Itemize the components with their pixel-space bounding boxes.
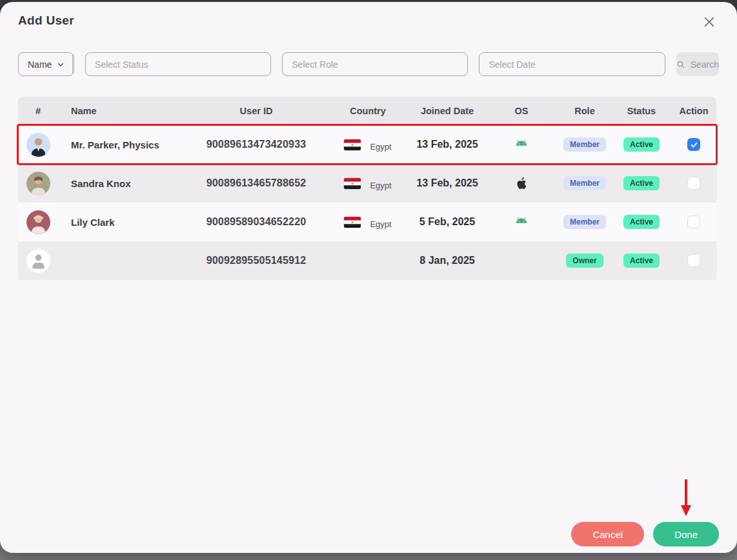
annotation-arrow-icon (680, 479, 692, 517)
column-header-os: OS (485, 106, 558, 116)
status-badge: Active (623, 137, 660, 152)
status-badge: Active (623, 254, 660, 268)
android-icon (513, 136, 530, 153)
user-id: 90089613465788652 (186, 177, 327, 189)
role-badge: Member (563, 176, 606, 190)
row-checkbox[interactable] (687, 177, 700, 190)
role-badge: Member (563, 215, 606, 229)
action-cell (671, 138, 716, 151)
user-id: 90089613473420933 (186, 139, 327, 150)
modal-header: Add User (18, 14, 719, 32)
name-filter-label: Name (28, 59, 52, 70)
action-cell (671, 254, 716, 267)
column-header-status: Status (612, 106, 671, 116)
users-table: #NameUser IDCountryJoined DateOSRoleStat… (18, 97, 716, 280)
avatar (26, 249, 50, 273)
table-row[interactable]: Lily Clark90089589034652220Egypt5 Feb, 2… (18, 203, 716, 241)
column-header-user-id: User ID (186, 106, 327, 116)
chevron-down-icon (57, 61, 65, 68)
modal-title: Add User (18, 14, 74, 28)
status-select[interactable] (85, 52, 271, 76)
column-header-role: Role (558, 106, 612, 116)
row-checkbox[interactable] (687, 138, 700, 151)
user-name: Lily Clark (58, 217, 186, 228)
country-label: Egypt (370, 219, 391, 229)
egypt-flag-icon (344, 178, 361, 189)
date-select[interactable] (479, 52, 665, 76)
table-body: Mr. Parker, Physics90089613473420933Egyp… (18, 125, 716, 280)
add-user-modal: Add User Name Search #NameUser IDCountry… (0, 2, 737, 553)
role-select[interactable] (282, 52, 468, 76)
joined-date: 13 Feb, 2025 (409, 177, 485, 189)
apple-icon (513, 175, 530, 192)
avatar-cell (18, 210, 58, 234)
android-icon (513, 214, 530, 230)
column-header-: # (18, 106, 58, 116)
table-header-row: #NameUser IDCountryJoined DateOSRoleStat… (18, 97, 716, 125)
action-cell (671, 177, 716, 190)
role-cell: Member (558, 215, 612, 229)
avatar (26, 210, 50, 234)
row-checkbox[interactable] (687, 254, 700, 267)
egypt-flag-icon (344, 139, 361, 150)
action-cell (671, 215, 716, 228)
column-header-country: Country (327, 106, 409, 116)
modal-footer: Cancel Done (571, 522, 719, 546)
name-search-combo: Name (18, 52, 74, 76)
status-cell: Active (612, 137, 671, 152)
status-cell: Active (612, 254, 671, 268)
table-row[interactable]: Mr. Parker, Physics90089613473420933Egyp… (18, 125, 716, 164)
joined-date: 5 Feb, 2025 (409, 216, 485, 228)
cancel-button[interactable]: Cancel (571, 522, 644, 546)
os-cell (485, 214, 558, 230)
country-label: Egypt (370, 181, 391, 190)
avatar (26, 133, 50, 157)
country-cell: Egypt (327, 139, 409, 150)
joined-date: 8 Jan, 2025 (409, 255, 485, 266)
search-button-label: Search (691, 59, 719, 70)
role-badge: Owner (566, 254, 603, 268)
user-name: Mr. Parker, Physics (58, 139, 186, 150)
search-input[interactable] (73, 53, 74, 75)
filter-bar: Name Search (18, 52, 719, 76)
country-cell: Egypt (327, 178, 409, 189)
search-button[interactable]: Search (676, 52, 719, 76)
country-cell: Egypt (327, 217, 409, 228)
os-cell (485, 136, 558, 153)
status-badge: Active (623, 176, 660, 190)
role-badge: Member (563, 137, 606, 152)
os-cell (485, 175, 558, 192)
egypt-flag-icon (344, 217, 361, 228)
done-button[interactable]: Done (653, 522, 719, 546)
role-cell: Owner (558, 254, 612, 268)
role-cell: Member (558, 176, 612, 190)
user-id: 90089589034652220 (186, 216, 327, 228)
user-id: 90092895505145912 (186, 255, 327, 266)
status-cell: Active (612, 176, 671, 190)
done-button-label: Done (674, 529, 698, 540)
name-filter-dropdown[interactable]: Name (19, 53, 73, 75)
column-header-name: Name (58, 106, 186, 116)
role-cell: Member (558, 137, 612, 152)
user-name: Sandra Knox (58, 178, 186, 189)
status-cell: Active (612, 215, 671, 229)
avatar-cell (18, 133, 58, 157)
close-icon[interactable] (702, 15, 719, 32)
column-header-action: Action (671, 106, 716, 116)
column-header-joined-date: Joined Date (409, 106, 485, 116)
avatar-cell (18, 249, 58, 273)
row-checkbox[interactable] (687, 215, 700, 228)
search-icon (676, 60, 685, 69)
status-badge: Active (623, 215, 660, 229)
avatar-cell (18, 172, 58, 195)
avatar (26, 172, 50, 195)
table-row[interactable]: 900928955051459128 Jan, 2025OwnerActive (18, 241, 716, 280)
table-row[interactable]: Sandra Knox90089613465788652Egypt13 Feb,… (18, 164, 716, 203)
country-label: Egypt (370, 142, 391, 152)
joined-date: 13 Feb, 2025 (409, 139, 485, 150)
